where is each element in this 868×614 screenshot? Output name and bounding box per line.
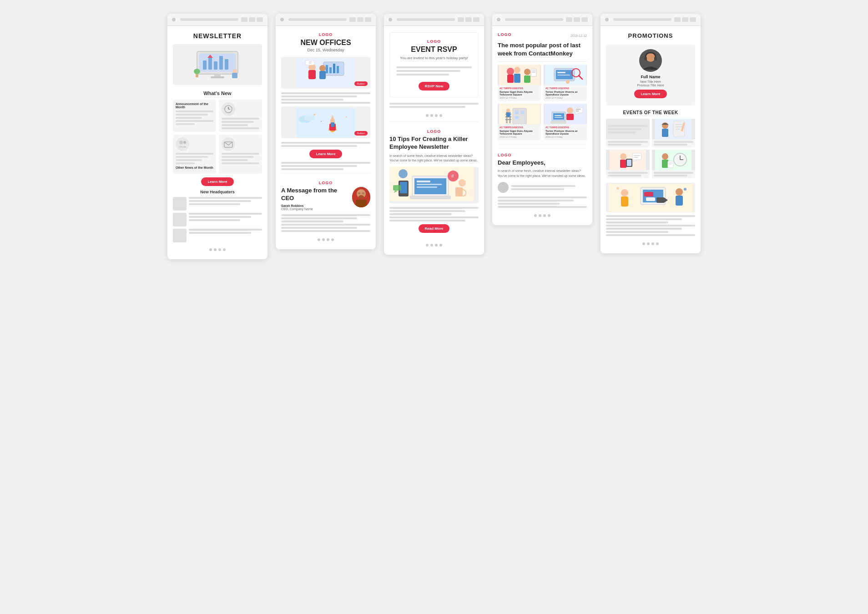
dot-2[interactable] [214,248,217,251]
svg-point-129 [662,153,668,160]
hq-line-1 [189,197,262,199]
svg-point-146 [684,188,686,191]
article-btn-2[interactable]: Button [354,131,368,136]
svg-point-141 [676,188,683,196]
panel-promotions: PROMOTIONS Full Name New Title Here Prev… [601,14,701,253]
p4-dot-2[interactable] [539,214,541,217]
p3a-dot-1[interactable] [426,114,429,117]
p2-dot-3[interactable] [327,238,329,241]
p3b-dot-3[interactable] [435,244,438,247]
dot-4[interactable] [223,248,226,251]
news-date-4: 2019-12-4 Friday [545,136,585,138]
svg-point-39 [313,114,315,116]
event-body-1 [606,139,650,147]
contactmonkey-content: LOGO 2019-12-12 The most popular post of… [492,26,592,225]
ab-line-3 [389,213,452,215]
toolbar-btn-2c [365,17,371,22]
panel-event-rsvp: LOGO EVENT RSVP You are invited to this … [384,14,484,255]
event-card-3 [606,150,650,178]
svg-rect-107 [654,57,657,60]
svg-point-139 [621,189,628,196]
bs-line-1 [389,103,479,105]
company-news-illustration [609,184,693,212]
hq-row-2 [173,213,262,226]
svg-rect-142 [676,196,683,206]
svg-rect-83 [515,111,519,114]
promotions-learn-more-button[interactable]: Learn More [634,90,666,98]
p4-dot-1[interactable] [534,214,537,217]
svg-point-65 [514,67,520,73]
article-hero-image: # [389,167,479,203]
p2-dot-1[interactable] [318,238,320,241]
p5-dot-4[interactable] [656,242,659,245]
svg-rect-62 [393,185,401,191]
text-block-1 [281,92,370,104]
promo-new-title: New Title Here [611,80,691,83]
toolbar-line-4 [505,18,563,21]
article-btn-1[interactable]: Button [354,81,368,86]
popular-post-heading: The most popular post of last week from … [498,41,587,58]
ceo-line-3 [281,221,343,222]
svg-rect-53 [417,186,437,188]
hq-line-7 [189,229,262,231]
svg-rect-46 [358,192,360,194]
p4-dot-4[interactable] [548,214,550,217]
p5-dot-1[interactable] [642,242,645,245]
ceo-line-1 [281,214,370,216]
dot-3[interactable] [218,248,221,251]
news-card-1: AC TURPIS EGESTAS Semper Eget Duis Abyat… [498,65,541,101]
cm-divider-1 [498,61,587,62]
learn-more-button-2[interactable]: Learn More [309,150,342,158]
divider-panel3 [389,121,479,122]
offices-article-img-2: Button [281,106,370,138]
mail-icon [223,139,233,149]
svg-point-13 [194,69,200,74]
p2-dot-2[interactable] [322,238,325,241]
p3a-dot-2[interactable] [430,114,433,117]
tl-9 [281,168,343,170]
hq-line-5 [189,216,251,218]
company-news-lines [606,215,695,236]
toolbar-btn-3 [257,17,263,22]
p5-dot-3[interactable] [651,242,654,245]
hq-line-8 [189,232,251,234]
p2-dot-4[interactable] [331,238,334,241]
news-tag-4: AC TURPIS EGESTAS [545,126,585,129]
p3a-dot-3[interactable] [435,114,438,117]
tl-6 [281,145,357,147]
svg-rect-9 [211,76,224,78]
rsvp-button[interactable]: RSVP Now [419,82,450,91]
dear-logo: LOGO [498,153,587,157]
learn-more-button-1[interactable]: Learn More [201,177,233,186]
news-card-3: AC TURPIS EGESTAS Semper Eget Duis Abyat… [498,104,541,140]
svg-point-41 [321,121,322,122]
toolbar-btn-3b [465,17,472,22]
event-body-2 [652,139,696,147]
news-articles-grid: AC TURPIS EGESTAS Semper Eget Duis Abyat… [498,65,587,140]
p3b-dot-4[interactable] [439,244,442,247]
p3b-dot-2[interactable] [430,244,433,247]
svg-rect-57 [455,187,463,196]
toolbar-btn-2 [249,17,255,22]
cm-logo: LOGO [498,32,512,37]
svg-point-64 [507,68,514,75]
dot-1[interactable] [209,248,212,251]
p5-dot-2[interactable] [647,242,650,245]
page-dots-1 [173,245,262,253]
whats-new-heading: What's New [173,91,262,96]
p3b-dot-1[interactable] [426,244,429,247]
read-more-button[interactable]: Read More [419,224,450,233]
promo-avatar-illustration [639,49,662,72]
clock-icon [224,105,233,114]
svg-point-17 [179,141,183,144]
ab-line-5 [389,220,465,221]
announcement-title: Announcement of the Month [176,102,213,109]
dear-al-2 [511,188,564,190]
ceo-role: CEO, Company Name [281,207,348,211]
toolbar-btn-3c [473,17,479,22]
dear-avatar-row [498,182,587,193]
p3a-dot-4[interactable] [439,114,442,117]
p4-dot-3[interactable] [543,214,546,217]
news-card-title-2: Tortor Pretium Viverra at Spendisse Uyas… [545,91,585,96]
svg-rect-22 [326,65,328,73]
